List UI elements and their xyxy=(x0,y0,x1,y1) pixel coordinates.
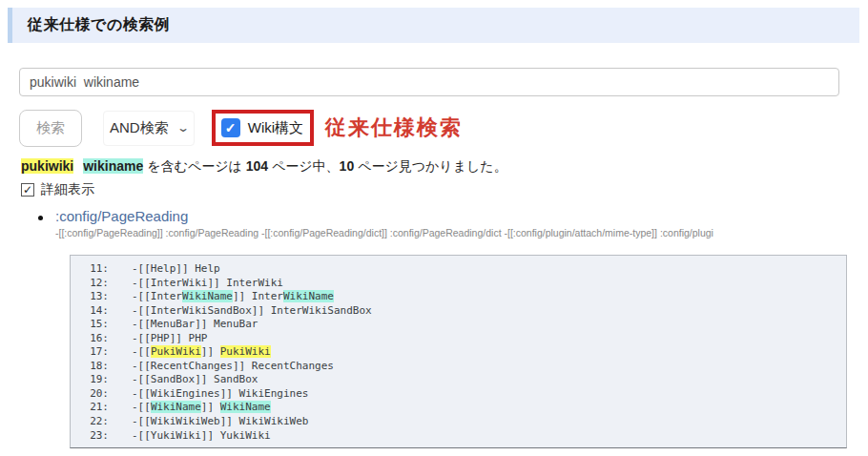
code-line: 19:-[[SandBox]] SandBox xyxy=(80,373,838,387)
result-mid-1: を含むページは xyxy=(143,158,245,174)
search-result-list: :config/PageReading -[[:config/PageReadi… xyxy=(38,208,868,238)
code-line: 17:-[[PukiWiki]] PukiWiki xyxy=(80,345,838,360)
code-line: 20:-[[WikiEngines]] WikiEngines xyxy=(80,387,838,402)
result-mid-2: ページ中、 xyxy=(268,158,340,174)
detail-label[interactable]: 詳細表示 xyxy=(41,181,94,198)
detail-checkbox[interactable]: ✓ xyxy=(21,183,34,197)
bullet-icon xyxy=(38,216,43,220)
result-summary: pukiwikiwikiname を含むページは 104 ページ中、10 ページ… xyxy=(21,158,507,176)
annotation-text: 従来仕様検索 xyxy=(325,114,463,142)
detail-toggle-row: ✓ 詳細表示 xyxy=(21,181,94,198)
result-snippet: -[[:config/PageReading]] :config/PageRea… xyxy=(55,227,868,238)
code-line: 13:-[[InterWikiName]] InterWikiName xyxy=(80,290,838,304)
search-button[interactable]: 検索 xyxy=(19,110,82,147)
result-total-pages: 104 xyxy=(246,158,268,174)
wiki-syntax-checkbox[interactable]: ✓ xyxy=(221,118,240,137)
code-line: 23:-[[YukiWiki]] YukiWiki xyxy=(80,429,838,444)
page-title: 従来仕様での検索例 xyxy=(28,15,170,35)
section-header: 従来仕様での検索例 xyxy=(8,8,859,43)
result-term-1: pukiwiki xyxy=(21,158,73,174)
result-page-link[interactable]: :config/PageReading xyxy=(55,208,188,224)
search-mode-select[interactable]: AND検索 ⌄ xyxy=(103,111,195,146)
annotation-red-box: ✓ Wiki構文 xyxy=(212,110,314,146)
code-preview-block[interactable]: 11:-[[Help]] Help12:-[[InterWiki]] Inter… xyxy=(70,255,847,448)
code-line: 22:-[[WikiWikiWeb]] WikiWikiWeb xyxy=(80,415,838,429)
code-line: 21:-[[WikiName]] WikiName xyxy=(80,401,838,415)
search-controls: 検索 AND検索 ⌄ ✓ Wiki構文 従来仕様検索 xyxy=(19,105,463,151)
result-found-pages: 10 xyxy=(340,158,355,174)
result-tail: ページ見つかりました。 xyxy=(354,158,507,174)
code-line: 14:-[[InterWikiSandBox]] InterWikiSandBo… xyxy=(80,304,838,319)
search-mode-value: AND検索 xyxy=(110,119,169,137)
wiki-syntax-label[interactable]: Wiki構文 xyxy=(248,119,303,137)
chevron-down-icon: ⌄ xyxy=(176,121,190,135)
search-input[interactable] xyxy=(19,68,839,96)
list-item: :config/PageReading -[[:config/PageReadi… xyxy=(38,208,868,238)
result-term-2: wikiname xyxy=(83,158,143,174)
code-line: 11:-[[Help]] Help xyxy=(80,262,838,277)
code-line: 15:-[[MenuBar]] MenuBar xyxy=(80,318,838,332)
search-example-page: 従来仕様での検索例 検索 AND検索 ⌄ ✓ Wiki構文 従来仕様検索 puk… xyxy=(0,0,868,456)
code-line: 18:-[[RecentChanges]] RecentChanges xyxy=(80,360,838,374)
code-line: 12:-[[InterWiki]] InterWiki xyxy=(80,277,838,291)
code-line: 16:-[[PHP]] PHP xyxy=(80,332,838,346)
